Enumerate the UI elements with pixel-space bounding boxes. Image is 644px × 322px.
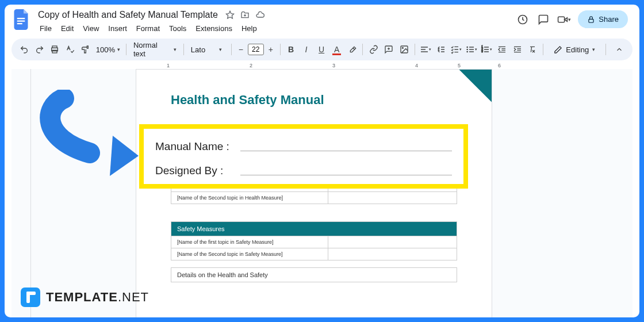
document-title[interactable]: Copy of Health and Safety Manual Templat… xyxy=(36,9,220,21)
separator xyxy=(543,44,543,55)
move-icon[interactable] xyxy=(240,10,250,20)
increase-font-button[interactable]: + xyxy=(265,43,277,56)
paint-format-button[interactable] xyxy=(78,42,93,57)
editing-mode-button[interactable]: Editing ▾ xyxy=(549,43,600,56)
collapse-toolbar-button[interactable] xyxy=(612,42,627,57)
separator xyxy=(280,44,281,55)
safety-table: Safety Measures [Name of the first topic… xyxy=(171,221,457,260)
table-row: [Name of the first topic in Safety Measu… xyxy=(171,236,457,248)
menu-format[interactable]: Format xyxy=(132,22,164,35)
highlight-callout: Manual Name : Designed By : xyxy=(139,124,468,189)
header: Copy of Health and Safety Manual Templat… xyxy=(5,5,639,35)
spellcheck-button[interactable] xyxy=(63,42,78,57)
svg-rect-5 xyxy=(558,17,565,22)
app-frame: Copy of Health and Safety Manual Templat… xyxy=(5,5,639,317)
watermark: TEMPLATE.NET xyxy=(21,288,149,307)
print-button[interactable] xyxy=(48,42,62,57)
vertical-ruler[interactable] xyxy=(12,69,31,317)
cloud-status-icon[interactable] xyxy=(255,10,265,20)
text-color-button[interactable]: A xyxy=(329,42,344,57)
italic-button[interactable]: I xyxy=(299,42,313,57)
menu-tools[interactable]: Tools xyxy=(165,22,190,35)
zoom-select[interactable]: 100%▾ xyxy=(94,45,122,54)
share-button[interactable]: Share xyxy=(578,10,628,28)
numbered-list-button[interactable]: 123▾ xyxy=(480,42,494,57)
details-row: Details on the Health and Safety xyxy=(171,267,457,282)
clear-format-button[interactable] xyxy=(526,42,540,57)
title-area: Copy of Health and Safety Manual Templat… xyxy=(36,9,516,35)
menu-file[interactable]: File xyxy=(36,22,56,35)
separator xyxy=(605,44,606,55)
highlight-button[interactable] xyxy=(345,42,359,57)
bold-button[interactable]: B xyxy=(284,42,298,57)
table-row: [Name of the Second topic in Health Meas… xyxy=(171,192,457,204)
menu-view[interactable]: View xyxy=(79,22,103,35)
separator xyxy=(126,44,126,55)
font-size-control: − + xyxy=(235,43,277,56)
meet-icon[interactable]: ▾ xyxy=(557,13,571,26)
svg-rect-0 xyxy=(17,18,25,19)
menu-extensions[interactable]: Extensions xyxy=(191,22,236,35)
page-corner-decoration xyxy=(446,70,492,116)
header-right: ▾ Share xyxy=(516,9,632,28)
undo-button[interactable] xyxy=(17,42,32,57)
comments-icon[interactable] xyxy=(536,13,550,26)
menu-edit[interactable]: Edit xyxy=(57,22,78,35)
paragraph-style-select[interactable]: Normal text▾ xyxy=(130,41,180,58)
bulleted-list-button[interactable]: ▾ xyxy=(465,42,479,57)
link-button[interactable] xyxy=(366,42,381,57)
checklist-button[interactable]: ▾ xyxy=(449,42,463,57)
svg-marker-3 xyxy=(226,11,233,18)
svg-point-25 xyxy=(467,51,467,52)
doc-heading: Health and Safety Manual xyxy=(171,93,457,108)
font-family-select[interactable]: Lato▾ xyxy=(187,45,228,54)
separator xyxy=(362,44,363,55)
history-icon[interactable] xyxy=(516,13,530,26)
decrease-font-button[interactable]: − xyxy=(235,43,247,56)
add-comment-button[interactable] xyxy=(382,42,396,57)
table-row: [Name of the Second topic in Safety Meas… xyxy=(171,248,457,260)
svg-point-11 xyxy=(402,47,403,48)
arrow-icon xyxy=(32,90,141,176)
callout-designed-by-label: Designed By : xyxy=(155,164,240,177)
svg-point-21 xyxy=(467,47,467,47)
separator xyxy=(183,44,184,55)
line-spacing-button[interactable] xyxy=(434,42,448,57)
svg-rect-2 xyxy=(17,23,22,24)
watermark-text: TEMPLATE.NET xyxy=(46,290,149,305)
callout-manual-name-label: Manual Name : xyxy=(155,140,240,153)
separator xyxy=(231,44,232,55)
svg-point-23 xyxy=(467,49,467,49)
document-page[interactable]: Health and Safety Manual Health Measures… xyxy=(136,69,492,317)
docs-logo[interactable] xyxy=(12,9,32,30)
safety-header: Safety Measures xyxy=(171,222,457,236)
separator xyxy=(415,44,415,55)
font-size-input[interactable] xyxy=(248,44,264,55)
menu-help[interactable]: Help xyxy=(237,22,261,35)
insert-image-button[interactable] xyxy=(397,42,412,57)
callout-line xyxy=(240,166,452,175)
callout-line xyxy=(240,142,452,151)
redo-button[interactable] xyxy=(33,42,47,57)
star-icon[interactable] xyxy=(225,10,235,20)
svg-text:3: 3 xyxy=(482,50,484,53)
underline-button[interactable]: U xyxy=(315,42,329,57)
svg-rect-6 xyxy=(589,19,593,22)
toolbar: 100%▾ Normal text▾ Lato▾ − + B I U A ▾ ▾… xyxy=(12,39,632,60)
template-logo-icon xyxy=(21,288,40,307)
decrease-indent-button[interactable] xyxy=(495,42,509,57)
align-button[interactable]: ▾ xyxy=(419,42,433,57)
increase-indent-button[interactable] xyxy=(510,42,524,57)
menu-insert[interactable]: Insert xyxy=(104,22,131,35)
menu-bar: File Edit View Insert Format Tools Exten… xyxy=(36,22,516,35)
svg-rect-1 xyxy=(17,21,25,22)
share-label: Share xyxy=(599,15,619,24)
